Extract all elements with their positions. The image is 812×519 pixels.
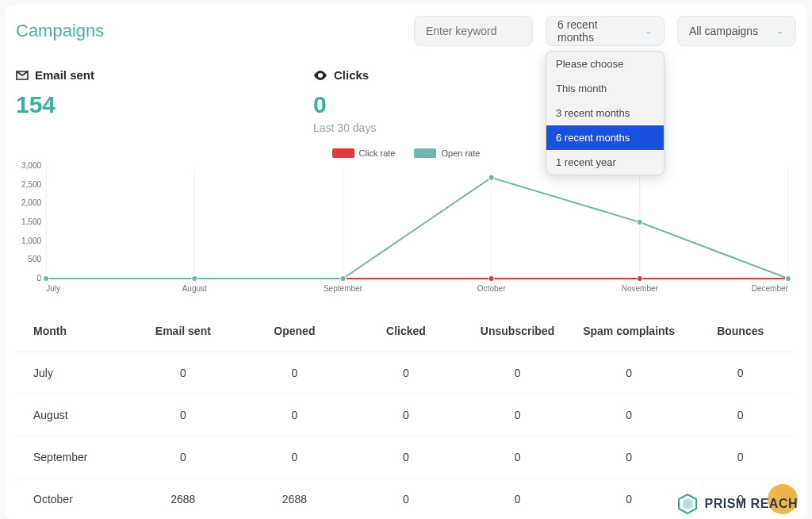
table-cell: October xyxy=(16,479,128,520)
timerange-option[interactable]: Please choose xyxy=(546,52,664,76)
svg-point-26 xyxy=(192,276,197,282)
svg-text:December: December xyxy=(752,284,789,293)
table-row: September000000 xyxy=(16,436,796,479)
metric-email-sent: Email sent 154 xyxy=(16,68,282,134)
table-row: August000000 xyxy=(16,394,796,436)
svg-marker-32 xyxy=(683,498,692,509)
metric-subtext: Last 30 days xyxy=(313,121,579,134)
table-header-cell: Email sent xyxy=(128,310,239,352)
svg-text:July: July xyxy=(46,284,60,293)
timerange-option[interactable]: 6 recent months xyxy=(546,125,664,150)
table-cell: 0 xyxy=(684,394,796,436)
table-cell: 0 xyxy=(573,352,685,394)
table-cell: 0 xyxy=(350,352,462,394)
legend-swatch xyxy=(414,148,436,158)
metric-value: 154 xyxy=(16,91,282,118)
table-cell: 0 xyxy=(684,436,796,479)
svg-point-27 xyxy=(340,276,346,282)
table-cell: 0 xyxy=(573,436,685,479)
svg-point-29 xyxy=(637,220,642,225)
table-cell: 2688 xyxy=(239,479,350,520)
table-cell: 2688 xyxy=(128,479,239,520)
table-header-cell: Month xyxy=(16,310,128,352)
timerange-option[interactable]: This month xyxy=(546,76,664,101)
svg-text:500: 500 xyxy=(28,255,41,263)
table-header-cell: Bounces xyxy=(684,310,796,352)
brand-badge: PRISM REACH xyxy=(677,494,798,514)
table-header-row: MonthEmail sentOpenedClickedUnsubscribed… xyxy=(16,310,796,352)
table-cell: 0 xyxy=(128,394,239,436)
svg-point-30 xyxy=(785,276,791,282)
table-cell: 0 xyxy=(462,436,573,479)
campaign-selected-label: All campaigns xyxy=(689,25,758,37)
timerange-dropdown: Please choose This month 3 recent months… xyxy=(546,51,665,175)
chart-legend: Click rate Open rate xyxy=(16,148,796,158)
svg-text:3,000: 3,000 xyxy=(21,161,42,170)
table-cell: July xyxy=(16,352,128,394)
metric-label: Clicks xyxy=(334,68,369,82)
table-row: July000000 xyxy=(16,352,796,394)
legend-label: Click rate xyxy=(359,148,396,158)
svg-text:2,000: 2,000 xyxy=(21,198,42,207)
chevron-down-icon: ⌄ xyxy=(776,27,784,35)
stats-table: MonthEmail sentOpenedClickedUnsubscribed… xyxy=(16,310,796,519)
timerange-option[interactable]: 3 recent months xyxy=(546,101,664,125)
campaign-select[interactable]: All campaigns ⌄ xyxy=(677,16,796,46)
legend-open-rate: Open rate xyxy=(414,148,480,158)
table-cell: 0 xyxy=(239,436,350,479)
brand-text: PRISM REACH xyxy=(704,497,798,511)
search-input[interactable] xyxy=(414,16,533,46)
metric-label: Email sent xyxy=(35,68,94,82)
metric-clicks: Clicks 0 Last 30 days xyxy=(313,68,579,134)
svg-text:October: October xyxy=(477,284,506,293)
svg-text:2,500: 2,500 xyxy=(21,180,42,189)
table-cell: 0 xyxy=(350,394,462,436)
table-cell: 0 xyxy=(573,394,685,436)
svg-text:1,000: 1,000 xyxy=(21,236,42,245)
timerange-select[interactable]: 6 recent months ⌄ xyxy=(546,16,665,46)
envelope-icon xyxy=(16,71,29,80)
table-cell: 0 xyxy=(350,479,462,520)
table-header-cell: Spam complaints xyxy=(573,310,685,352)
legend-click-rate: Click rate xyxy=(332,148,396,158)
table-cell: 0 xyxy=(239,394,350,436)
table-cell: 0 xyxy=(462,352,573,394)
table-cell: 0 xyxy=(573,479,685,520)
table-cell: 0 xyxy=(128,352,239,394)
svg-text:August: August xyxy=(182,284,207,293)
eye-icon xyxy=(313,71,327,80)
svg-point-28 xyxy=(488,175,494,180)
svg-point-25 xyxy=(44,276,49,282)
timerange-select-wrap: 6 recent months ⌄ Please choose This mon… xyxy=(546,16,665,46)
table-header-cell: Clicked xyxy=(350,310,462,352)
topbar: Campaigns 6 recent months ⌄ Please choos… xyxy=(16,16,796,46)
table-cell: 0 xyxy=(350,436,462,479)
timerange-selected-label: 6 recent months xyxy=(557,18,637,44)
svg-text:November: November xyxy=(622,284,659,293)
table-header-cell: Opened xyxy=(239,310,350,352)
svg-text:September: September xyxy=(324,284,363,293)
page-title: Campaigns xyxy=(16,21,401,41)
table-cell: 0 xyxy=(239,352,350,394)
campaigns-card: Campaigns 6 recent months ⌄ Please choos… xyxy=(5,5,807,519)
brand-logo-icon xyxy=(677,494,698,514)
table-header-cell: Unsubscribed xyxy=(462,310,573,352)
table-cell: 0 xyxy=(462,394,573,436)
legend-swatch xyxy=(332,148,354,158)
svg-point-22 xyxy=(488,276,494,282)
table-cell: September xyxy=(16,436,128,479)
svg-point-23 xyxy=(637,276,642,282)
table-cell: 0 xyxy=(128,436,239,479)
legend-label: Open rate xyxy=(441,148,480,158)
table-cell: 0 xyxy=(684,352,796,394)
table-cell: 0 xyxy=(462,479,573,520)
timerange-option[interactable]: 1 recent year xyxy=(546,150,664,175)
chevron-down-icon: ⌄ xyxy=(645,27,653,35)
table-cell: August xyxy=(16,394,128,436)
metrics-row: Email sent 154 Clicks 0 Last 30 days xyxy=(16,68,796,134)
line-chart: 05001,0001,5002,0002,5003,000JulyAugustS… xyxy=(16,161,796,296)
svg-text:0: 0 xyxy=(37,274,42,283)
svg-text:1,500: 1,500 xyxy=(21,217,42,226)
metric-value: 0 xyxy=(313,91,579,118)
